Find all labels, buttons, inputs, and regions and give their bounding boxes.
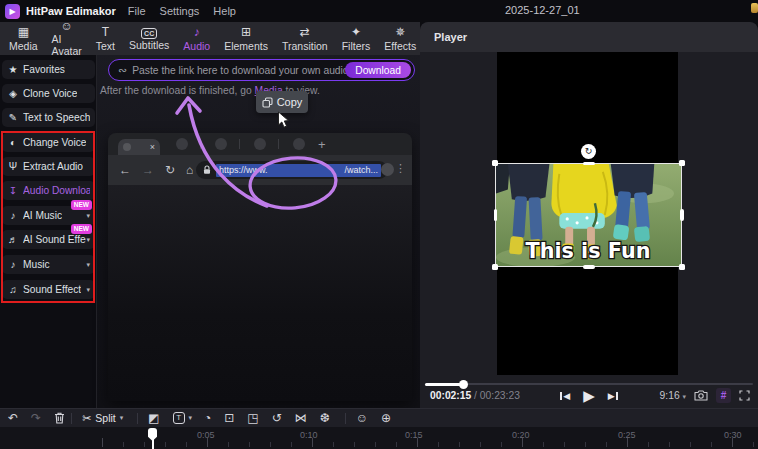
profile-avatar[interactable]: [381, 163, 394, 176]
player-title: Player: [434, 31, 467, 43]
prev-frame-button[interactable]: ◀: [560, 391, 570, 401]
browser-active-tab[interactable]: ×: [118, 139, 160, 155]
elements-icon: ⊞: [241, 26, 251, 40]
browser-menu-icon[interactable]: ⋮: [395, 162, 406, 175]
sidebar-item-change-voice[interactable]: ◐ Change Voice: [2, 133, 95, 152]
video-frame: This is Fun: [496, 164, 681, 266]
sidebar-item-extract-audio[interactable]: Ψ Extract Audio: [2, 157, 95, 176]
tab-filters[interactable]: ✦ Filters: [335, 22, 378, 55]
change-voice-icon: ◐: [7, 137, 19, 148]
browser-content: [108, 185, 412, 401]
new-badge: NEW: [71, 200, 92, 210]
browser-tab[interactable]: [293, 138, 305, 150]
tab-transition[interactable]: ⇄ Transition: [275, 22, 335, 55]
add-text-icon[interactable]: T: [173, 412, 185, 424]
menu-file[interactable]: File: [128, 5, 146, 17]
sidebar-item-sound-effect[interactable]: ♫ Sound Effect ▾: [2, 280, 95, 299]
scissors-icon: ✂: [82, 412, 91, 425]
player-controls: 00:02:15 / 00:23:23 ◀ ▶ ▶ 9:16 ▾ #: [420, 375, 758, 408]
download-button[interactable]: Download: [345, 62, 411, 78]
gift-icon[interactable]: [751, 3, 758, 13]
redo-icon[interactable]: ↷: [31, 409, 41, 427]
freeze-frame-icon[interactable]: ❆: [320, 409, 330, 427]
chevron-down-icon[interactable]: ▾: [86, 286, 90, 294]
sidebar-item-clone-voice[interactable]: ◈ Clone Voice: [2, 84, 95, 103]
sidebar-item-text-to-speech[interactable]: ✎ Text to Speech: [2, 108, 95, 127]
mask-icon[interactable]: ◩: [148, 409, 159, 427]
player-viewport: This is Fun ↻: [420, 52, 758, 375]
menu-help[interactable]: Help: [213, 5, 236, 17]
resize-handle[interactable]: [583, 265, 595, 269]
back-icon[interactable]: ←: [119, 163, 131, 177]
rotate-handle[interactable]: ↻: [581, 144, 596, 159]
resize-handle[interactable]: [583, 162, 595, 166]
ai-music-icon: ♪: [7, 210, 19, 221]
effects-icon: ✵: [395, 26, 405, 40]
copy-button[interactable]: Copy: [256, 91, 308, 113]
next-frame-button[interactable]: ▶: [608, 391, 618, 401]
sidebar-item-ai-sound-effect[interactable]: NEW ♬ AI Sound Effect ▾: [2, 230, 95, 249]
tab-audio[interactable]: ♪ Audio: [176, 22, 217, 55]
undo-icon[interactable]: ↶: [8, 409, 18, 427]
address-bar[interactable]: https://www. /watch...: [196, 161, 388, 179]
timeline-ruler[interactable]: 0:05 0:10 0:15 0:20 0:25 0:30: [0, 427, 758, 449]
tab-media[interactable]: ▦ Media: [2, 22, 45, 55]
resize-handle[interactable]: [492, 160, 498, 166]
tab-text[interactable]: T Text: [89, 22, 122, 55]
resize-icon[interactable]: ◳: [247, 409, 258, 427]
new-tab-icon[interactable]: +: [318, 138, 326, 151]
resize-handle[interactable]: [492, 264, 498, 270]
forward-icon[interactable]: →: [142, 163, 154, 177]
browser-tab[interactable]: [254, 138, 266, 150]
browser-tab[interactable]: [215, 138, 227, 150]
download-icon: ↧: [7, 185, 19, 196]
aspect-ratio-dropdown[interactable]: 9:16 ▾: [660, 390, 686, 401]
menu-settings[interactable]: Settings: [160, 5, 200, 17]
tab-effects[interactable]: ✵ Effects: [377, 22, 423, 55]
export-icon[interactable]: ⊕: [381, 409, 391, 427]
resize-handle[interactable]: [679, 264, 685, 270]
crop-icon[interactable]: ⊡: [224, 409, 234, 427]
playhead-line: [152, 439, 154, 449]
split-button[interactable]: ✂ Split ▾: [82, 412, 123, 425]
reload-icon[interactable]: ↻: [165, 163, 175, 177]
time-tick: 0:20: [512, 430, 530, 440]
download-link-field[interactable]: ∾ Download: [108, 59, 415, 81]
time-tick: 0:10: [300, 430, 318, 440]
app-logo-icon: ▶: [5, 4, 20, 19]
media-icon: ▦: [18, 26, 29, 40]
snapshot-camera-icon[interactable]: [694, 390, 708, 401]
avatar-replace-icon[interactable]: ☺: [356, 409, 368, 427]
delete-icon[interactable]: [54, 412, 65, 424]
browser-tab[interactable]: [176, 138, 188, 150]
subtitles-cc-icon: CC: [141, 28, 157, 39]
tab-subtitles[interactable]: CC Subtitles: [122, 22, 176, 55]
close-tab-icon[interactable]: ×: [150, 143, 155, 152]
player-header: Player: [420, 22, 758, 52]
sidebar-item-music[interactable]: ♪ Music ▾: [2, 255, 95, 274]
chevron-down-icon[interactable]: ▾: [86, 261, 90, 269]
sidebar-item-favorites[interactable]: ★ Favorites: [2, 60, 95, 79]
resize-handle[interactable]: [494, 209, 498, 221]
chevron-down-icon[interactable]: ▾: [189, 414, 193, 422]
fullscreen-icon[interactable]: [739, 390, 750, 401]
selected-video-clip[interactable]: This is Fun ↻: [495, 163, 682, 267]
resize-handle[interactable]: [679, 160, 685, 166]
audio-sidebar: ★ Favorites ◈ Clone Voice ✎ Text to Spee…: [0, 55, 97, 408]
reverse-icon[interactable]: ↺: [272, 409, 282, 427]
title-bar: ▶ HitPaw Edimakor File Settings Help 202…: [0, 0, 758, 22]
chevron-down-icon[interactable]: ▾: [86, 212, 90, 220]
tab-elements[interactable]: ⊞ Elements: [217, 22, 275, 55]
grid-toggle-icon[interactable]: #: [716, 388, 731, 403]
speed-icon[interactable]: ◔: [204, 409, 211, 427]
flip-icon[interactable]: ⋈: [295, 409, 307, 427]
sidebar-item-ai-music[interactable]: NEW ♪ AI Music ▾: [2, 206, 95, 225]
resize-handle[interactable]: [680, 209, 684, 221]
filters-icon: ✦: [351, 26, 361, 40]
sidebar-item-audio-download[interactable]: ↧ Audio Downloa...: [2, 181, 95, 200]
home-icon[interactable]: ⌂: [186, 163, 193, 177]
play-button[interactable]: ▶: [583, 388, 595, 404]
tab-ai-avatar[interactable]: ☺ AI Avatar: [45, 22, 89, 55]
browser-window: × + ← → ↻ ⌂: [108, 133, 412, 401]
chevron-down-icon[interactable]: ▾: [86, 236, 90, 244]
